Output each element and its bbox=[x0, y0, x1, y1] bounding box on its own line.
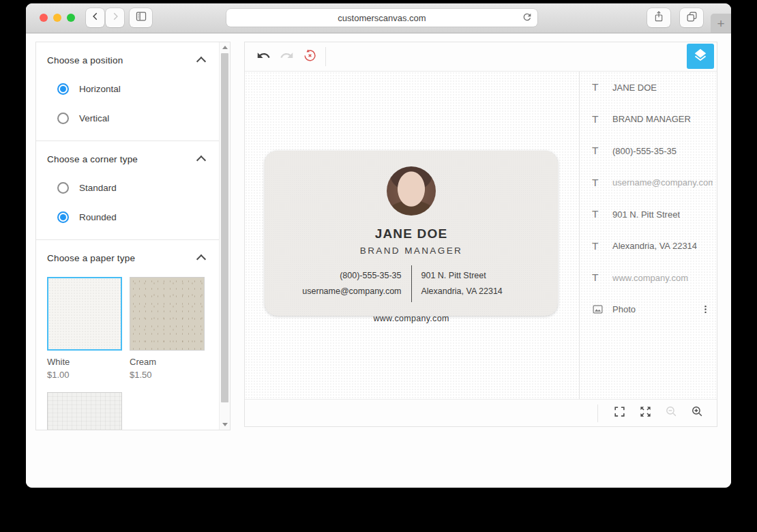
fit-screen-button[interactable] bbox=[606, 402, 632, 425]
paper-price: $1.00 bbox=[47, 370, 122, 380]
layers-icon bbox=[693, 48, 708, 65]
business-card-preview[interactable]: JANE DOE BRAND MANAGER (800)-555-35-35 u… bbox=[265, 151, 558, 316]
design-canvas[interactable]: JANE DOE BRAND MANAGER (800)-555-35-35 u… bbox=[245, 72, 579, 399]
reset-icon bbox=[303, 48, 317, 65]
layer-item[interactable]: T Alexandria, VA 22314 bbox=[580, 231, 717, 263]
editor-body: JANE DOE BRAND MANAGER (800)-555-35-35 u… bbox=[245, 72, 717, 399]
paper-price: $1.50 bbox=[130, 370, 205, 380]
chevron-up-icon bbox=[196, 57, 206, 66]
new-tab-button[interactable]: + bbox=[711, 14, 731, 33]
share-icon bbox=[653, 10, 664, 25]
layer-item[interactable]: T JANE DOE bbox=[580, 72, 717, 104]
scroll-up-arrow-icon[interactable] bbox=[220, 42, 230, 53]
expand-icon bbox=[639, 405, 652, 421]
text-layer-icon: T bbox=[592, 81, 604, 93]
section-position: Choose a position Horizontal Vertical bbox=[36, 42, 220, 124]
new-tab-icon: + bbox=[717, 17, 724, 30]
tabs-icon bbox=[686, 11, 698, 25]
card-email-text[interactable]: username@company.com bbox=[287, 284, 402, 299]
forward-icon bbox=[110, 12, 120, 24]
radio-option-horizontal[interactable]: Horizontal bbox=[57, 83, 209, 95]
section-position-header[interactable]: Choose a position bbox=[47, 54, 209, 65]
radio-icon bbox=[57, 182, 69, 194]
redo-button[interactable] bbox=[275, 45, 298, 68]
scroll-down-arrow-icon[interactable] bbox=[220, 419, 230, 430]
radio-label: Standard bbox=[79, 183, 117, 193]
layer-label: 901 N. Pitt Street bbox=[612, 209, 680, 220]
reload-button[interactable] bbox=[522, 12, 533, 25]
layer-item[interactable]: T 901 N. Pitt Street bbox=[580, 198, 717, 231]
text-layer-icon: T bbox=[592, 240, 604, 252]
show-tabs-button[interactable] bbox=[680, 8, 703, 27]
section-paper-header[interactable]: Choose a paper type bbox=[47, 252, 209, 263]
text-layer-icon: T bbox=[592, 271, 604, 284]
forward-button[interactable] bbox=[106, 8, 124, 27]
layer-item-photo[interactable]: Photo bbox=[580, 294, 717, 326]
paper-swatch-cream[interactable] bbox=[130, 277, 205, 351]
radio-icon bbox=[57, 211, 69, 223]
layers-panel: T JANE DOE T BRAND MANAGER T (800)-555-3… bbox=[579, 72, 717, 399]
paper-name: White bbox=[47, 357, 122, 367]
undo-button[interactable] bbox=[252, 45, 275, 68]
layers-panel-button[interactable] bbox=[687, 44, 714, 69]
paper-swatch-white[interactable] bbox=[47, 277, 122, 351]
section-title: Choose a position bbox=[47, 55, 123, 65]
card-role-text[interactable]: BRAND MANAGER bbox=[265, 246, 558, 256]
expand-button[interactable] bbox=[632, 402, 658, 425]
editor-toolbar bbox=[245, 42, 717, 72]
paper-name: Cream bbox=[130, 357, 205, 367]
paper-option-cream[interactable]: Cream $1.50 bbox=[130, 277, 205, 380]
paper-option-white[interactable]: White $1.00 bbox=[47, 277, 122, 380]
card-address1-text[interactable]: 901 N. Pitt Street bbox=[421, 268, 536, 284]
text-layer-icon: T bbox=[592, 208, 604, 220]
layer-label: Photo bbox=[612, 304, 636, 314]
zoom-window-button[interactable] bbox=[67, 14, 75, 22]
kebab-menu-icon[interactable] bbox=[698, 299, 713, 320]
options-sidebar: Choose a position Horizontal Vertical bbox=[35, 42, 231, 430]
radio-label: Horizontal bbox=[79, 84, 121, 94]
layer-item[interactable]: T www.company.com bbox=[580, 262, 717, 294]
zoom-out-icon bbox=[665, 405, 678, 421]
paper-swatch-linen-partial[interactable] bbox=[47, 392, 122, 430]
minimize-window-button[interactable] bbox=[53, 14, 61, 22]
layer-item[interactable]: T username@company.com bbox=[580, 167, 717, 199]
zoom-in-button[interactable] bbox=[684, 402, 710, 425]
radio-option-standard[interactable]: Standard bbox=[57, 182, 209, 194]
bottombar-divider bbox=[597, 404, 598, 422]
page-content: Choose a position Horizontal Vertical bbox=[26, 33, 731, 488]
layer-item[interactable]: T (800)-555-35-35 bbox=[580, 135, 717, 167]
back-button[interactable] bbox=[86, 8, 104, 27]
radio-option-vertical[interactable]: Vertical bbox=[57, 113, 209, 124]
card-contact-block: (800)-555-35-35 username@company.com 901… bbox=[265, 265, 558, 302]
section-paper-type: Choose a paper type White $1.00 Cream $1 bbox=[36, 240, 220, 380]
layer-item[interactable]: T BRAND MANAGER bbox=[580, 104, 717, 136]
share-button[interactable] bbox=[647, 8, 670, 27]
text-layer-icon: T bbox=[592, 145, 604, 157]
sidebar-scrollbar[interactable] bbox=[219, 42, 230, 430]
card-contact-left: (800)-555-35-35 username@company.com bbox=[287, 268, 402, 299]
card-photo[interactable] bbox=[387, 166, 436, 216]
radio-option-rounded[interactable]: Rounded bbox=[57, 211, 209, 223]
scrollbar-thumb[interactable] bbox=[221, 53, 228, 402]
layer-label: Alexandria, VA 22314 bbox=[612, 241, 697, 251]
card-phone-text[interactable]: (800)-555-35-35 bbox=[287, 268, 402, 284]
text-layer-icon: T bbox=[592, 113, 604, 125]
card-website-text[interactable]: www.company.com bbox=[265, 314, 558, 323]
text-layer-icon: T bbox=[592, 177, 604, 189]
zoom-in-icon bbox=[691, 405, 704, 421]
section-corner-header[interactable]: Choose a corner type bbox=[47, 153, 209, 164]
zoom-out-button[interactable] bbox=[658, 402, 684, 425]
close-window-button[interactable] bbox=[40, 14, 48, 22]
toolbar-divider bbox=[325, 47, 326, 66]
layer-label: www.company.com bbox=[612, 273, 688, 283]
address-bar[interactable]: customerscanvas.com bbox=[226, 9, 537, 27]
card-contact-divider bbox=[411, 265, 412, 302]
reset-button[interactable] bbox=[298, 45, 321, 68]
chevron-up-icon bbox=[196, 254, 206, 264]
card-editor: JANE DOE BRAND MANAGER (800)-555-35-35 u… bbox=[244, 42, 717, 427]
card-address2-text[interactable]: Alexandria, VA 22314 bbox=[421, 284, 536, 299]
browser-titlebar: customerscanvas.com + bbox=[26, 3, 731, 33]
sidebar-toggle-button[interactable] bbox=[130, 8, 152, 27]
layer-label: username@company.com bbox=[612, 177, 713, 188]
card-name-text[interactable]: JANE DOE bbox=[265, 226, 558, 241]
